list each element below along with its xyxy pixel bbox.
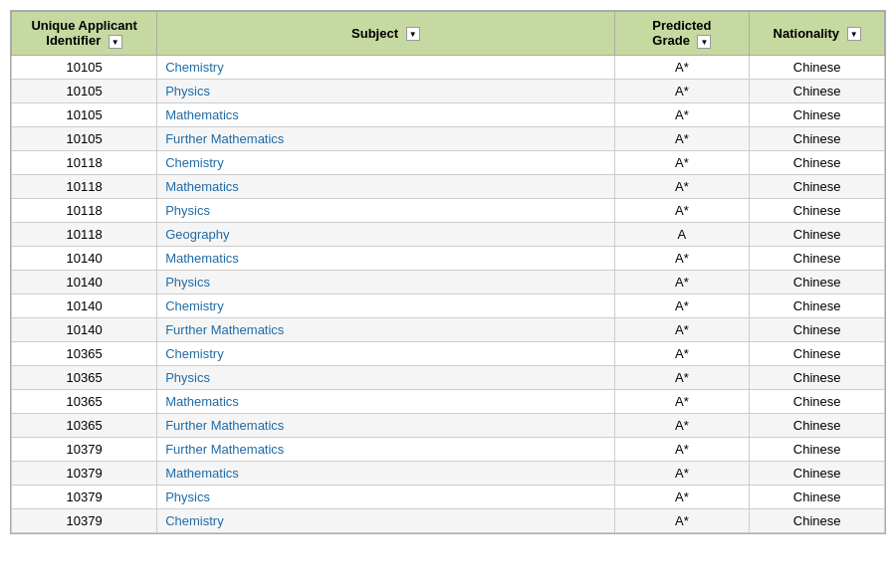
cell-id: 10140: [12, 246, 157, 270]
cell-grade: A*: [614, 79, 750, 102]
cell-subject: Further Mathematics: [157, 437, 614, 461]
cell-subject: Physics: [157, 365, 614, 389]
table-row: 10379MathematicsA*Chinese: [12, 461, 885, 485]
cell-nationality: Chinese: [750, 270, 885, 294]
cell-grade: A*: [614, 126, 750, 150]
cell-subject: Chemistry: [157, 508, 614, 532]
cell-id: 10140: [12, 294, 157, 317]
header-id: Unique ApplicantIdentifier ▼: [12, 12, 157, 56]
cell-nationality: Chinese: [750, 102, 885, 126]
cell-id: 10118: [12, 150, 157, 174]
table-row: 10105Further MathematicsA*Chinese: [12, 126, 885, 150]
cell-grade: A*: [614, 150, 750, 174]
cell-nationality: Chinese: [750, 222, 885, 246]
cell-grade: A*: [614, 461, 750, 485]
cell-id: 10140: [12, 270, 157, 294]
cell-id: 10365: [12, 389, 157, 413]
table-row: 10105MathematicsA*Chinese: [12, 102, 885, 126]
cell-nationality: Chinese: [750, 150, 885, 174]
table-row: 10140Further MathematicsA*Chinese: [12, 317, 885, 341]
cell-nationality: Chinese: [750, 246, 885, 270]
header-subject: Subject ▼: [157, 12, 614, 56]
cell-nationality: Chinese: [750, 126, 885, 150]
cell-id: 10379: [12, 485, 157, 508]
cell-id: 10379: [12, 461, 157, 485]
filter-nationality-button[interactable]: ▼: [847, 27, 861, 41]
cell-grade: A*: [614, 341, 750, 365]
cell-nationality: Chinese: [750, 461, 885, 485]
cell-subject: Physics: [157, 79, 614, 102]
cell-grade: A: [614, 222, 750, 246]
cell-grade: A*: [614, 270, 750, 294]
cell-grade: A*: [614, 198, 750, 222]
cell-grade: A*: [614, 365, 750, 389]
cell-subject: Physics: [157, 270, 614, 294]
cell-nationality: Chinese: [750, 485, 885, 508]
cell-subject: Mathematics: [157, 174, 614, 198]
table-row: 10379ChemistryA*Chinese: [12, 508, 885, 532]
cell-grade: A*: [614, 102, 750, 126]
cell-nationality: Chinese: [750, 341, 885, 365]
table-row: 10140ChemistryA*Chinese: [12, 294, 885, 317]
table-row: 10140PhysicsA*Chinese: [12, 270, 885, 294]
filter-id-button[interactable]: ▼: [109, 35, 122, 49]
cell-id: 10118: [12, 174, 157, 198]
data-table: Unique ApplicantIdentifier ▼ Subject ▼ P…: [10, 10, 886, 534]
cell-grade: A*: [614, 246, 750, 270]
cell-id: 10105: [12, 79, 157, 102]
cell-id: 10118: [12, 222, 157, 246]
cell-subject: Mathematics: [157, 389, 614, 413]
cell-grade: A*: [614, 294, 750, 317]
table-row: 10365ChemistryA*Chinese: [12, 341, 885, 365]
cell-id: 10140: [12, 317, 157, 341]
cell-id: 10105: [12, 126, 157, 150]
cell-grade: A*: [614, 437, 750, 461]
cell-subject: Further Mathematics: [157, 317, 614, 341]
cell-id: 10105: [12, 55, 157, 79]
cell-nationality: Chinese: [750, 198, 885, 222]
cell-nationality: Chinese: [750, 79, 885, 102]
table-row: 10105ChemistryA*Chinese: [12, 55, 885, 79]
cell-nationality: Chinese: [750, 317, 885, 341]
cell-id: 10105: [12, 102, 157, 126]
cell-nationality: Chinese: [750, 437, 885, 461]
header-grade: PredictedGrade ▼: [614, 12, 750, 56]
table-row: 10365PhysicsA*Chinese: [12, 365, 885, 389]
table-row: 10379PhysicsA*Chinese: [12, 485, 885, 508]
filter-subject-button[interactable]: ▼: [406, 27, 420, 41]
cell-subject: Mathematics: [157, 102, 614, 126]
cell-subject: Chemistry: [157, 294, 614, 317]
cell-grade: A*: [614, 485, 750, 508]
table-row: 10118PhysicsA*Chinese: [12, 198, 885, 222]
cell-grade: A*: [614, 55, 750, 79]
cell-grade: A*: [614, 317, 750, 341]
cell-grade: A*: [614, 389, 750, 413]
cell-subject: Chemistry: [157, 341, 614, 365]
table-row: 10118ChemistryA*Chinese: [12, 150, 885, 174]
header-nationality: Nationality ▼: [750, 12, 885, 56]
table-row: 10365MathematicsA*Chinese: [12, 389, 885, 413]
cell-subject: Mathematics: [157, 246, 614, 270]
cell-nationality: Chinese: [750, 294, 885, 317]
cell-subject: Further Mathematics: [157, 413, 614, 437]
table-row: 10365Further MathematicsA*Chinese: [12, 413, 885, 437]
cell-subject: Chemistry: [157, 150, 614, 174]
table-row: 10105PhysicsA*Chinese: [12, 79, 885, 102]
cell-id: 10379: [12, 437, 157, 461]
cell-nationality: Chinese: [750, 508, 885, 532]
filter-grade-button[interactable]: ▼: [697, 35, 711, 49]
cell-id: 10379: [12, 508, 157, 532]
cell-nationality: Chinese: [750, 174, 885, 198]
cell-subject: Physics: [157, 198, 614, 222]
cell-subject: Further Mathematics: [157, 126, 614, 150]
cell-nationality: Chinese: [750, 55, 885, 79]
cell-grade: A*: [614, 508, 750, 532]
cell-nationality: Chinese: [750, 413, 885, 437]
cell-subject: Physics: [157, 485, 614, 508]
table-row: 10118GeographyAChinese: [12, 222, 885, 246]
cell-id: 10365: [12, 413, 157, 437]
cell-nationality: Chinese: [750, 389, 885, 413]
cell-grade: A*: [614, 413, 750, 437]
cell-subject: Chemistry: [157, 55, 614, 79]
cell-nationality: Chinese: [750, 365, 885, 389]
